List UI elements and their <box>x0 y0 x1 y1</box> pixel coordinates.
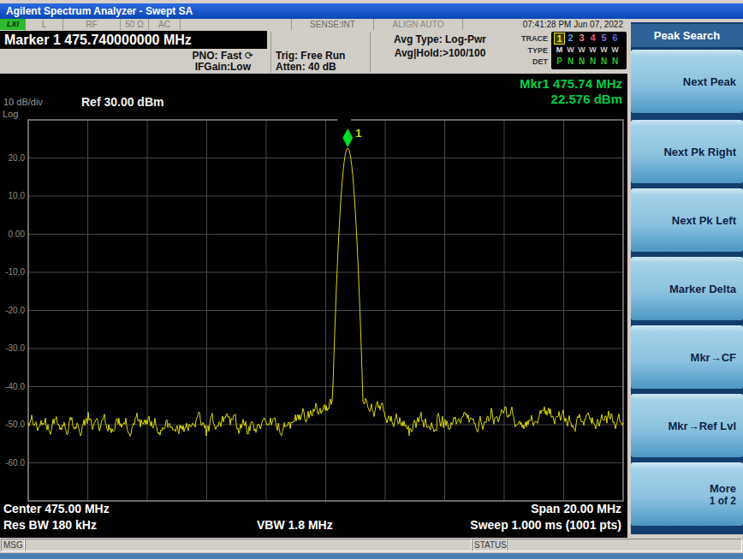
status-strip: LXI L RF 50 Ω AC SENSE:INT ALIGN AUTO 07… <box>0 19 627 32</box>
trace-number-indicator: 6 <box>609 33 621 45</box>
trace-det-row: PNNNNN <box>554 57 626 69</box>
measurement-bar: Marker 1 475.740000000 MHz PNO: Fast ⟳ I… <box>0 31 627 74</box>
status-seg-rf: RF <box>62 19 120 30</box>
window-title: Agilent Spectrum Analyzer - Swept SA <box>6 5 193 17</box>
softkey-mkr-to-cf[interactable]: Mkr→CF <box>631 325 743 389</box>
loop-arrow-icon: ⟳ <box>245 50 253 62</box>
trace-number-indicator: 4 <box>587 33 598 45</box>
svg-text:1: 1 <box>355 127 361 140</box>
msg-field <box>25 539 472 551</box>
trace-row-label: TRACE <box>514 34 548 43</box>
status-datetime: 07:41:28 PM Jun 07, 2022 <box>462 19 627 30</box>
ifgain-setting: IFGain:Low <box>195 61 251 73</box>
avg-hold-setting: Avg|Hold:>100/100 <box>375 47 505 59</box>
softkey-next-pk-right[interactable]: Next Pk Right <box>631 120 743 183</box>
trace-number-indicator: 5 <box>598 33 609 45</box>
softkey-menu: Peak Search Next Peak Next Pk Right Next… <box>627 19 743 538</box>
y-axis-tick-label: -50.0 <box>0 420 25 429</box>
status-seg-l: L <box>26 19 62 30</box>
trace-detector-indicator: P <box>554 57 565 69</box>
softkey-label: Mkr→CF <box>691 351 736 364</box>
y-axis-tick-label: 20.0 <box>0 153 25 163</box>
softkey-label: Next Peak <box>683 75 736 88</box>
spectrum-display: Mkr1 475.74 MHz 22.576 dBm 10 dB/div Ref… <box>0 74 627 538</box>
trace-type-indicator: W <box>609 45 621 57</box>
trace-type-indicator: W <box>587 45 598 57</box>
status-field <box>507 539 742 551</box>
pno-setting: PNO: Fast ⟳ <box>193 50 253 62</box>
y-axis-tick-label: 10.0 <box>0 191 25 200</box>
trace-number-indicator: 2 <box>565 33 576 45</box>
status-seg-impedance: 50 Ω <box>120 19 148 30</box>
atten-setting: Atten: 40 dB <box>276 61 336 73</box>
softkey-next-pk-left[interactable]: Next Pk Left <box>631 188 743 252</box>
softkey-next-peak[interactable]: Next Peak <box>631 50 743 113</box>
bottom-status-bar: MSG STATUS <box>0 538 743 553</box>
softkey-marker-delta[interactable]: Marker Delta <box>631 257 743 320</box>
status-align: ALIGN AUTO <box>373 19 462 30</box>
trace-type-indicator: W <box>576 45 587 57</box>
marker-frequency-readout: Marker 1 475.740000000 MHz <box>0 31 267 49</box>
softkey-menu-title: Peak Search <box>631 24 743 47</box>
y-axis-tick-label: -40.0 <box>0 382 25 391</box>
trace-detector-indicator: N <box>598 57 609 69</box>
span-label: Span 20.00 MHz <box>531 502 621 515</box>
res-bw-label: Res BW 180 kHz <box>3 518 97 532</box>
trace-number-indicator: 3 <box>576 33 587 45</box>
trigger-setting: Trig: Free Run <box>276 50 345 62</box>
trace-detector-indicator: N <box>609 57 621 69</box>
trace-type-indicator: W <box>565 45 576 57</box>
trace-type-indicator: M <box>554 45 565 57</box>
center-freq-label: Center 475.00 MHz <box>3 502 110 515</box>
avg-type-setting: Avg Type: Log-Pwr <box>375 33 505 45</box>
y-axis-tick-label: -60.0 <box>0 458 25 468</box>
trace-type-row: MWWWWW <box>554 45 626 57</box>
softkey-label: Marker Delta <box>669 283 736 295</box>
softkey-label: More <box>710 482 736 495</box>
y-axis-tick-label: -20.0 <box>0 306 25 315</box>
softkey-mkr-to-ref-lvl[interactable]: Mkr→Ref Lvl <box>631 394 743 457</box>
softkey-label: Mkr→Ref Lvl <box>669 420 736 432</box>
softkey-more[interactable]: More 1 of 2 <box>631 462 743 526</box>
trace-detector-indicator: N <box>576 57 587 69</box>
divider <box>270 32 271 73</box>
spectrum-plot: 1 <box>0 74 627 538</box>
window-title-bar: Agilent Spectrum Analyzer - Swept SA <box>0 3 743 19</box>
spectrum-analyzer-window: Agilent Spectrum Analyzer - Swept SA LXI… <box>0 0 743 560</box>
det-row-label: DET <box>514 57 548 66</box>
trace-number-indicator: 1 <box>554 33 565 45</box>
lxi-badge-icon: LXI <box>0 19 26 30</box>
softkey-label: Next Pk Left <box>672 214 736 227</box>
trace-indicator-box: 123456 MWWWWW PNNNNN <box>551 32 627 69</box>
status-seg-empty <box>180 19 291 30</box>
trace-digit-row: 123456 <box>554 33 626 45</box>
status-sense: SENSE:INT <box>291 19 373 30</box>
bottom-blue-strip <box>0 553 743 559</box>
status-label: STATUS <box>472 539 507 551</box>
trace-detector-indicator: N <box>565 57 576 69</box>
type-row-label: TYPE <box>514 46 548 55</box>
divider <box>370 32 371 73</box>
msg-label: MSG <box>1 539 25 551</box>
y-axis-tick-label: -30.0 <box>0 343 25 353</box>
y-axis-tick-label: -10.0 <box>0 267 25 277</box>
vbw-label: VBW 1.8 MHz <box>257 518 333 532</box>
y-axis-tick-label: 0.00 <box>0 229 25 239</box>
softkey-label: Next Pk Right <box>663 146 736 158</box>
status-seg-ac: AC <box>148 19 180 30</box>
softkey-page-indicator: 1 of 2 <box>710 495 736 507</box>
trace-type-indicator: W <box>598 45 609 57</box>
sweep-label: Sweep 1.000 ms (1001 pts) <box>470 518 621 532</box>
trace-detector-indicator: N <box>587 57 598 69</box>
